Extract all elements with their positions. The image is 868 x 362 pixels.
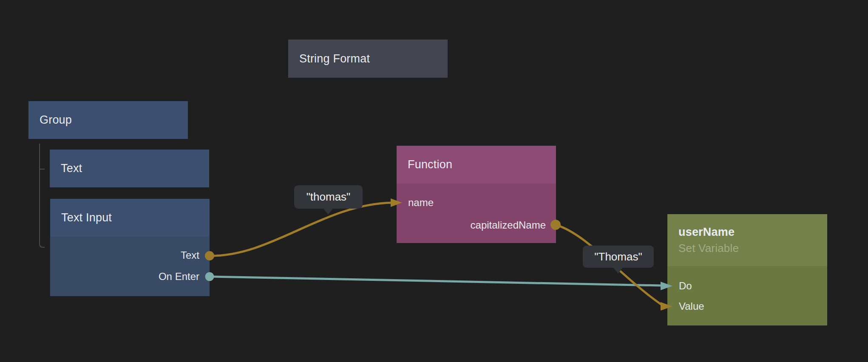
- node-subtitle-set-variable: Set Variable: [678, 242, 816, 255]
- wire-on-enter-to-do[interactable]: [210, 277, 661, 286]
- port-label-name-input: name: [408, 197, 434, 209]
- port-label-capitalizedname-output: capitalizedName: [471, 219, 546, 231]
- port-label-text-output: Text: [181, 249, 199, 261]
- wire-value-tooltip-thomas-lowercase: "thomas": [294, 185, 363, 209]
- wire-text-to-name[interactable]: [210, 203, 392, 256]
- wire-value-text: "Thomas": [594, 250, 642, 263]
- port-label-value-input: Value: [679, 300, 704, 312]
- tree-line-group-children: [40, 144, 45, 247]
- node-title-text: Text: [61, 162, 198, 175]
- node-title-string-format: String Format: [299, 52, 437, 65]
- node-title-group: Group: [40, 113, 177, 127]
- node-text[interactable]: Text: [50, 150, 209, 187]
- node-text-input[interactable]: Text Input Text On Enter: [50, 199, 210, 296]
- port-label-on-enter-output: On Enter: [159, 271, 199, 283]
- wire-value-text: "thomas": [306, 190, 351, 204]
- node-title-text-input: Text Input: [61, 211, 199, 224]
- node-graph-canvas[interactable]: String Format Group Text Text Input Text…: [0, 0, 868, 362]
- node-title-function: Function: [408, 158, 545, 171]
- node-function[interactable]: Function name capitalizedName: [397, 146, 556, 243]
- wire-value-tooltip-thomas-capitalized: "Thomas": [583, 246, 654, 268]
- node-group[interactable]: Group: [28, 101, 188, 139]
- node-string-format[interactable]: String Format: [288, 40, 448, 78]
- node-title-username: userName: [678, 226, 816, 239]
- port-label-do-input: Do: [679, 280, 692, 292]
- node-username-set-variable[interactable]: userName Set Variable Do Value: [667, 214, 827, 325]
